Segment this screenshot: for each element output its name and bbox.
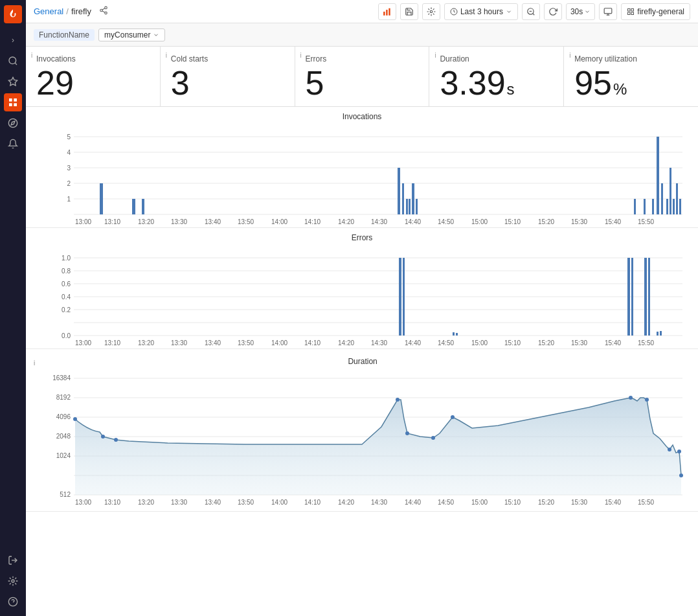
sidebar-item-logout[interactable] <box>4 551 22 569</box>
svg-text:15:30: 15:30 <box>571 499 587 506</box>
svg-rect-18 <box>386 10 387 16</box>
svg-point-138 <box>405 431 409 435</box>
svg-rect-46 <box>398 168 400 214</box>
svg-text:0.6: 0.6 <box>62 280 71 288</box>
sidebar-item-star[interactable] <box>4 73 22 91</box>
time-range-button[interactable]: Last 3 hours <box>444 3 518 20</box>
svg-text:14:40: 14:40 <box>405 499 421 506</box>
svg-text:15:50: 15:50 <box>638 499 654 506</box>
svg-point-141 <box>629 396 633 400</box>
sidebar-item-search[interactable] <box>4 52 22 70</box>
svg-text:0.8: 0.8 <box>62 268 71 275</box>
chart-type-button[interactable] <box>378 3 396 20</box>
sidebar-item-explore[interactable] <box>4 114 22 132</box>
breadcrumb-parent[interactable]: General <box>34 6 63 16</box>
svg-text:13:50: 13:50 <box>238 339 254 347</box>
svg-point-13 <box>100 9 103 12</box>
interval-button[interactable]: 30s <box>566 3 595 20</box>
errors-chart[interactable]: 1.0 0.8 0.6 0.4 0.2 0.0 13 <box>26 245 698 348</box>
svg-text:15:10: 15:10 <box>504 218 521 225</box>
svg-line-15 <box>102 10 105 12</box>
svg-rect-95 <box>627 258 630 336</box>
svg-point-134 <box>73 417 77 421</box>
errors-chart-title: Errors <box>26 233 698 242</box>
svg-rect-51 <box>416 199 418 214</box>
breadcrumb-separator: / <box>66 6 69 16</box>
svg-point-144 <box>677 450 681 453</box>
duration-value: 3.39 <box>440 66 505 100</box>
svg-text:2: 2 <box>67 180 71 187</box>
svg-marker-7 <box>11 121 15 125</box>
dashboard-settings-button[interactable] <box>422 3 440 20</box>
svg-text:13:00: 13:00 <box>75 339 91 347</box>
svg-text:14:30: 14:30 <box>371 218 387 225</box>
svg-text:1.0: 1.0 <box>62 255 71 262</box>
refresh-button[interactable] <box>544 3 562 20</box>
svg-rect-101 <box>657 332 659 336</box>
svg-text:14:20: 14:20 <box>338 218 354 225</box>
sidebar-expand-button[interactable]: › <box>4 31 22 49</box>
sidebar-item-settings[interactable] <box>4 572 22 590</box>
svg-rect-4 <box>9 103 12 106</box>
app-logo[interactable] <box>4 5 22 23</box>
sidebar-item-dashboard[interactable] <box>4 93 22 111</box>
invocations-chart[interactable]: 5 4 3 2 1 <box>26 124 698 227</box>
svg-text:15:20: 15:20 <box>538 218 554 225</box>
zoom-out-button[interactable] <box>522 3 540 20</box>
firefly-tag-label: firefly-general <box>637 7 684 16</box>
save-button[interactable] <box>400 3 418 20</box>
svg-rect-102 <box>660 331 662 336</box>
svg-rect-45 <box>142 199 144 214</box>
share-icon[interactable] <box>99 6 108 17</box>
svg-text:13:20: 13:20 <box>138 218 154 225</box>
svg-text:14:10: 14:10 <box>304 499 321 506</box>
filter-label: FunctionName <box>34 29 95 41</box>
svg-point-12 <box>105 6 107 8</box>
svg-point-0 <box>9 57 16 64</box>
sidebar-item-help[interactable] <box>4 593 22 611</box>
svg-text:14:20: 14:20 <box>338 339 354 347</box>
svg-rect-98 <box>648 258 650 336</box>
sidebar-item-alerts[interactable] <box>4 135 22 153</box>
svg-text:15:10: 15:10 <box>504 339 521 347</box>
monitor-button[interactable] <box>599 3 617 20</box>
svg-point-6 <box>8 119 17 127</box>
top-bar: General / firefly Last 3 hours <box>26 0 698 23</box>
sidebar: › <box>0 0 26 616</box>
svg-text:13:20: 13:20 <box>138 499 154 506</box>
svg-text:3: 3 <box>67 165 71 172</box>
filter-dropdown[interactable]: myConsumer <box>98 29 165 41</box>
svg-text:14:50: 14:50 <box>438 499 454 506</box>
svg-text:1: 1 <box>67 196 71 203</box>
errors-chart-section: Errors 1.0 0.8 0.6 0.4 0.2 0.0 <box>26 228 698 349</box>
svg-rect-49 <box>409 199 411 214</box>
svg-rect-5 <box>14 103 17 106</box>
memory-value: 95 <box>574 66 612 100</box>
errors-value: 5 <box>306 66 419 100</box>
duration-chart[interactable]: 16384 8192 4096 2048 1024 512 <box>26 369 698 511</box>
svg-text:13:10: 13:10 <box>104 339 120 347</box>
svg-rect-28 <box>628 8 631 11</box>
svg-text:15:30: 15:30 <box>571 218 587 225</box>
svg-text:13:30: 13:30 <box>171 218 187 225</box>
svg-rect-100 <box>456 333 458 336</box>
svg-text:14:30: 14:30 <box>371 339 387 347</box>
svg-rect-55 <box>657 137 659 214</box>
svg-rect-44 <box>132 199 135 214</box>
svg-text:14:40: 14:40 <box>405 218 421 225</box>
svg-point-14 <box>105 12 107 14</box>
svg-point-145 <box>679 473 683 477</box>
svg-text:14:10: 14:10 <box>304 339 321 347</box>
svg-text:13:20: 13:20 <box>138 339 154 347</box>
svg-text:13:00: 13:00 <box>75 499 91 506</box>
metrics-row: i Invocations 29 i Cold starts 3 i Error… <box>26 47 698 107</box>
svg-rect-43 <box>100 183 103 214</box>
svg-rect-96 <box>631 258 633 336</box>
svg-line-23 <box>533 13 535 15</box>
svg-rect-48 <box>406 199 408 214</box>
svg-text:13:30: 13:30 <box>171 339 187 347</box>
invocations-info: i <box>31 52 32 59</box>
svg-rect-60 <box>676 183 678 214</box>
svg-text:15:20: 15:20 <box>538 499 554 506</box>
svg-text:15:40: 15:40 <box>605 218 621 225</box>
